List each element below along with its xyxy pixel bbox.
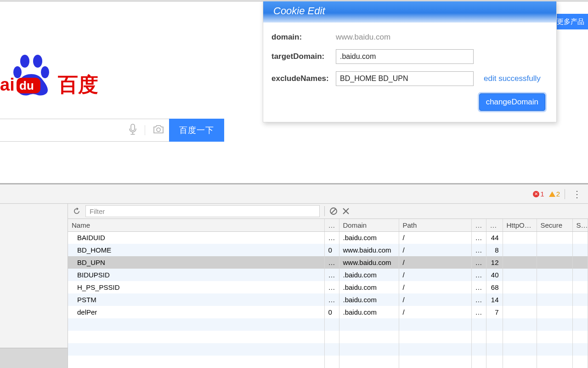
cell-samesite: [572, 306, 588, 318]
cell-secure: [537, 306, 572, 318]
cell-expires: …: [471, 281, 486, 293]
cell-httponly: [503, 269, 537, 281]
cell-size: 12: [486, 256, 503, 269]
cell-domain: .baidu.com: [339, 231, 399, 244]
reload-icon[interactable]: [73, 207, 81, 215]
status-message: edit successfully: [484, 74, 541, 83]
cell-value: …: [324, 281, 339, 293]
svg-point-1: [33, 55, 42, 68]
col-secure[interactable]: Secure: [537, 219, 572, 231]
col-domain[interactable]: Domain: [339, 219, 399, 231]
table-row-empty: [68, 331, 588, 343]
cell-expires: …: [471, 269, 486, 281]
cell-samesite: [572, 231, 588, 244]
error-number: 1: [540, 190, 544, 198]
cell-value: 0: [324, 244, 339, 256]
cell-path: /: [399, 244, 471, 256]
cell-value: …: [324, 256, 339, 269]
svg-text:du: du: [19, 79, 34, 92]
table-row-empty: [68, 343, 588, 356]
devtools-panel: ✕ 1 2 ⋮ Filter: [0, 183, 588, 368]
cell-secure: [537, 281, 572, 293]
svg-point-0: [20, 55, 29, 68]
cell-size: 40: [486, 269, 503, 281]
cell-samesite: [572, 244, 588, 256]
table-row[interactable]: BAIDUID….baidu.com/…44: [68, 231, 588, 244]
svg-point-9: [157, 128, 160, 132]
cell-name: H_PS_PSSID: [68, 281, 324, 293]
table-row[interactable]: PSTM….baidu.com/…14: [68, 293, 588, 306]
sidebar-selected-item[interactable]: [0, 348, 68, 368]
cell-httponly: [503, 244, 537, 256]
table-row[interactable]: BIDUPSID….baidu.com/…40: [68, 269, 588, 281]
table-row-empty: [68, 356, 588, 368]
cell-samesite: [572, 256, 588, 269]
cell-name: BIDUPSID: [68, 269, 324, 281]
warning-count[interactable]: 2: [549, 190, 560, 198]
cell-expires: …: [471, 244, 486, 256]
search-button[interactable]: 百度一下: [169, 119, 224, 142]
cell-httponly: [503, 281, 537, 293]
col-httponly[interactable]: HttpOnly: [503, 219, 537, 231]
clear-icon[interactable]: [329, 207, 338, 215]
table-row[interactable]: BD_UPN…www.baidu.com/…12: [68, 256, 588, 269]
cell-size: 14: [486, 293, 503, 306]
cell-path: /: [399, 293, 471, 306]
microphone-icon[interactable]: [128, 123, 137, 137]
search-input[interactable]: [0, 119, 169, 142]
error-count[interactable]: ✕ 1: [533, 190, 544, 198]
table-row[interactable]: H_PS_PSSID….baidu.com/…68: [68, 281, 588, 293]
cell-value: …: [324, 231, 339, 244]
cell-size: 68: [486, 281, 503, 293]
cell-secure: [537, 231, 572, 244]
baidu-logo: ai du 百度: [0, 53, 106, 100]
filter-input[interactable]: Filter: [85, 205, 320, 217]
col-samesite[interactable]: Sam: [572, 219, 588, 231]
table-row[interactable]: BD_HOME0www.baidu.com/…8: [68, 244, 588, 256]
cell-secure: [537, 244, 572, 256]
cell-size: 7: [486, 306, 503, 318]
close-icon[interactable]: [342, 207, 350, 215]
cell-path: /: [399, 281, 471, 293]
table-row[interactable]: delPer0.baidu.com/…7: [68, 306, 588, 318]
cell-samesite: [572, 281, 588, 293]
cell-name: BD_UPN: [68, 256, 324, 269]
cell-domain: www.baidu.com: [339, 244, 399, 256]
cookie-edit-popup: Cookie Edit domain: www.baidu.com target…: [263, 1, 557, 122]
cell-path: /: [399, 306, 471, 318]
warning-icon: [549, 191, 555, 197]
table-header-row[interactable]: Name … Domain Path … … HttpOnly Secure S…: [68, 219, 588, 231]
change-domain-button[interactable]: changeDomain: [479, 93, 545, 111]
col-name[interactable]: Name: [68, 219, 324, 231]
more-menu-icon[interactable]: ⋮: [570, 189, 584, 200]
svg-point-3: [41, 66, 49, 78]
cookies-table[interactable]: Name … Domain Path … … HttpOnly Secure S…: [68, 219, 588, 368]
divider: [145, 125, 145, 135]
divider: [324, 206, 325, 216]
more-products-button[interactable]: 更多产品: [553, 14, 588, 29]
target-domain-input[interactable]: [336, 49, 474, 64]
cell-domain: .baidu.com: [339, 306, 399, 318]
camera-icon[interactable]: [153, 124, 164, 136]
col-expires[interactable]: …: [471, 219, 486, 231]
cell-httponly: [503, 306, 537, 318]
warning-number: 2: [556, 190, 560, 198]
cell-samesite: [572, 293, 588, 306]
svg-rect-8: [131, 124, 135, 131]
cell-expires: …: [471, 231, 486, 244]
col-value[interactable]: …: [324, 219, 339, 231]
devtools-sidebar[interactable]: [0, 204, 68, 368]
col-size[interactable]: …: [486, 219, 503, 231]
cell-path: /: [399, 269, 471, 281]
target-domain-label: targetDomain:: [271, 52, 336, 61]
cell-domain: .baidu.com: [339, 281, 399, 293]
col-path[interactable]: Path: [399, 219, 471, 231]
search-bar: 百度一下: [0, 119, 224, 142]
cell-httponly: [503, 293, 537, 306]
svg-text:百度: 百度: [57, 73, 98, 96]
cell-size: 44: [486, 231, 503, 244]
cell-value: …: [324, 269, 339, 281]
cell-size: 8: [486, 244, 503, 256]
exclude-names-input[interactable]: [336, 71, 474, 86]
devtools-toolbar: ✕ 1 2 ⋮: [0, 184, 588, 204]
